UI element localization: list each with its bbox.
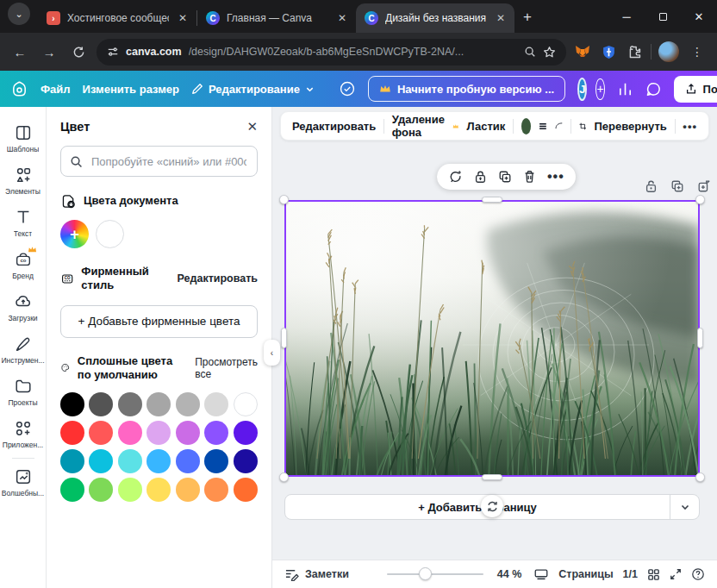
menu-file[interactable]: Файл (41, 83, 71, 96)
zoom-slider[interactable] (387, 573, 483, 575)
forward-icon[interactable]: → (38, 41, 60, 63)
color-swatch[interactable] (204, 421, 228, 445)
add-page-chevron[interactable] (670, 495, 699, 519)
rotate-handle[interactable] (481, 495, 503, 517)
pages-label[interactable]: Страницы (558, 568, 613, 580)
sidebar-item-uploads[interactable]: Загрузки (0, 286, 46, 328)
add-member-button[interactable]: + (595, 78, 604, 100)
zoom-slider-thumb[interactable] (419, 567, 432, 580)
color-swatch[interactable] (147, 449, 171, 473)
sidebar-item-apps[interactable]: Приложен... (0, 413, 46, 455)
browser-profile-avatar[interactable] (658, 41, 679, 62)
help-icon[interactable] (691, 567, 705, 581)
site-info-icon[interactable] (107, 46, 119, 58)
close-icon[interactable]: ✕ (246, 119, 258, 134)
element-more-icon[interactable]: ••• (547, 169, 564, 185)
zoom-page-icon[interactable] (524, 46, 536, 58)
document-color-swatch[interactable] (96, 220, 124, 248)
color-swatch[interactable] (147, 478, 171, 502)
tab-hosting[interactable]: › Хостинговое сообщест ✕ (38, 3, 196, 33)
color-swatch[interactable] (118, 449, 142, 473)
resize-handle-left[interactable] (281, 328, 287, 348)
color-swatch[interactable] (234, 421, 258, 445)
back-icon[interactable]: ← (9, 41, 31, 63)
sidebar-item-projects[interactable]: Проекты (0, 371, 46, 413)
share-button[interactable]: Поделиться (674, 76, 717, 103)
insights-chart-icon[interactable] (617, 76, 633, 102)
color-swatch[interactable] (89, 421, 113, 445)
tab-close-icon[interactable]: ✕ (335, 12, 349, 24)
color-swatch[interactable] (234, 392, 258, 416)
sidebar-item-text[interactable]: Текст (0, 202, 46, 244)
color-swatch[interactable] (60, 449, 84, 473)
resize-handle-nw[interactable] (279, 195, 289, 204)
sidebar-item-tools[interactable]: Инструмен... (0, 328, 46, 371)
flip-button[interactable]: Перевернуть (594, 120, 666, 133)
resize-handle-right[interactable] (697, 328, 703, 348)
color-swatch[interactable] (147, 421, 171, 445)
home-icon[interactable] (10, 76, 28, 102)
color-swatch[interactable] (204, 449, 228, 473)
add-brand-colors-button[interactable]: + Добавьте фирменные цвета (60, 305, 258, 338)
add-color-button[interactable] (60, 220, 89, 248)
color-swatch[interactable] (234, 449, 258, 473)
resize-handle-bottom[interactable] (482, 474, 502, 480)
image-color-swatch[interactable] (521, 118, 531, 134)
reload-icon[interactable] (67, 41, 90, 63)
color-swatch[interactable] (204, 478, 228, 502)
color-swatch[interactable] (147, 392, 171, 416)
new-tab-button[interactable]: + (523, 9, 532, 26)
brand-edit-link[interactable]: Редактировать (178, 272, 258, 285)
address-bar[interactable]: canva.com/design/DAHGW0Zeoak/b-ab6MgEeSn… (97, 39, 566, 66)
color-swatch[interactable] (176, 421, 200, 445)
color-swatch[interactable] (60, 478, 84, 502)
design-page[interactable] (284, 200, 700, 477)
resize-handle-sw[interactable] (279, 472, 289, 482)
collapse-panel-button[interactable]: ‹ (264, 340, 280, 366)
color-swatch[interactable] (89, 392, 113, 416)
bg-removal-button[interactable]: Удаление фона (392, 113, 445, 139)
minimize-button[interactable]: ─ (608, 0, 645, 33)
unlock-page-icon[interactable] (645, 179, 658, 193)
resize-handle-ne[interactable] (695, 195, 705, 204)
notes-button[interactable]: Заметки (284, 568, 349, 581)
color-search[interactable] (60, 146, 258, 177)
tab-close-icon[interactable]: ✕ (494, 12, 508, 24)
adjust-lines-icon[interactable] (539, 120, 547, 133)
eraser-button[interactable]: Ластик (467, 120, 506, 133)
browser-menu-icon[interactable]: ⋮ (686, 41, 708, 63)
tab-close-icon[interactable]: ✕ (176, 12, 190, 24)
metamask-extension-icon[interactable] (573, 42, 592, 61)
color-swatch[interactable] (118, 421, 142, 445)
bookmark-star-icon[interactable] (543, 46, 556, 59)
resize-handle-top[interactable] (482, 197, 502, 203)
sidebar-item-elements[interactable]: Элементы (0, 160, 46, 202)
resize-handle-se[interactable] (695, 472, 705, 482)
color-swatch[interactable] (60, 421, 84, 445)
menu-resize[interactable]: Изменить размер (83, 83, 179, 96)
trial-button[interactable]: Начните пробную версию ... (368, 76, 565, 102)
color-swatch[interactable] (176, 478, 200, 502)
fullscreen-icon[interactable] (670, 568, 682, 580)
add-comment-icon[interactable] (448, 170, 463, 185)
color-swatch[interactable] (60, 392, 84, 416)
comments-icon[interactable] (645, 76, 662, 102)
trash-icon[interactable] (523, 170, 536, 184)
color-search-input[interactable] (90, 154, 248, 169)
tab-search-button[interactable]: ⌄ (8, 3, 30, 25)
duplicate-icon[interactable] (498, 170, 512, 184)
menu-editing[interactable]: Редактирование (191, 83, 315, 96)
color-swatch[interactable] (204, 392, 228, 416)
curve-icon[interactable] (555, 120, 563, 132)
duplicate-page-icon[interactable] (670, 179, 684, 193)
sidebar-item-magic[interactable]: Волшебны... (0, 461, 46, 504)
sidebar-item-templates[interactable]: Шаблоны (0, 117, 46, 160)
color-swatch[interactable] (118, 392, 142, 416)
tab-canva-design[interactable]: C Дизайн без названия — ✕ (356, 3, 514, 33)
toolbar-more-button[interactable]: ••• (683, 120, 697, 133)
maximize-button[interactable] (645, 0, 681, 33)
tab-canva-home[interactable]: C Главная — Canva ✕ (197, 3, 356, 33)
sidebar-item-brand[interactable]: co Бренд (0, 244, 46, 286)
add-page-icon[interactable] (697, 179, 711, 193)
color-swatch[interactable] (176, 392, 200, 416)
